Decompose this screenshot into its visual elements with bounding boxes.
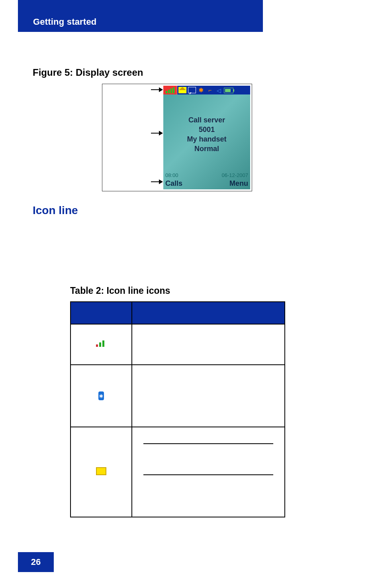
header-band: Getting started [18, 0, 263, 32]
mute-icon: ◁ [215, 87, 222, 93]
screen-info-block: Call server 5001 My handset Normal [163, 115, 250, 153]
table-header-row [71, 302, 285, 324]
icon-line: ✱ ⌐ ◁ [163, 86, 250, 94]
callout-arrow-text-lines [151, 133, 162, 134]
screen-time: 08:00 [165, 172, 178, 178]
table-header-description [132, 302, 285, 324]
section-name: Getting started [33, 17, 96, 27]
table-row: ∗ [71, 365, 285, 427]
battery-icon [224, 88, 233, 93]
call-server-number: 5001 [163, 125, 250, 134]
screen-date: 06-12-2007 [222, 172, 249, 178]
desc-cell [132, 324, 285, 365]
status-icons: ✱ ⌐ ◁ [177, 86, 250, 94]
table-row [71, 427, 285, 517]
message-icon [96, 467, 106, 475]
dialog-icon [188, 87, 196, 93]
icon-cell [71, 427, 132, 517]
page-number: 26 [18, 552, 54, 572]
callout-arrow-icon-line [151, 89, 162, 90]
icon-cell: ∗ [71, 365, 132, 427]
keylock-icon: ⌐ [206, 87, 214, 93]
screen-datetime: 08:00 06-12-2007 [165, 172, 248, 178]
section-heading: Icon line [33, 204, 78, 217]
profile-label: Normal [163, 144, 250, 153]
signal-icon [163, 86, 177, 94]
bluetooth-icon: ∗ [98, 391, 104, 400]
icon-table: ∗ [70, 301, 285, 517]
handset-label: My handset [163, 134, 250, 144]
callout-arrow-softkey-line [151, 181, 162, 182]
page: Getting started Figure 5: Display screen… [0, 0, 380, 588]
reference-underline [143, 474, 273, 475]
desc-cell [132, 365, 285, 427]
vibrate-icon: ✱ [198, 87, 205, 93]
figure-box: ✱ ⌐ ◁ Call server 5001 My handset Normal… [102, 84, 252, 191]
desc-cell [132, 427, 285, 517]
softkey-left: Calls [165, 179, 182, 188]
message-icon [178, 87, 186, 93]
call-server-label: Call server [163, 115, 250, 125]
icon-cell [71, 324, 132, 365]
table-caption: Table 2: Icon line icons [70, 285, 170, 296]
figure-caption: Figure 5: Display screen [33, 67, 143, 78]
signal-strength-icon [94, 340, 108, 348]
table-header-icon [71, 302, 132, 324]
table-row [71, 324, 285, 365]
phone-screen: ✱ ⌐ ◁ Call server 5001 My handset Normal… [163, 86, 250, 189]
softkey-line: Calls Menu [165, 179, 248, 188]
softkey-right: Menu [229, 179, 248, 188]
